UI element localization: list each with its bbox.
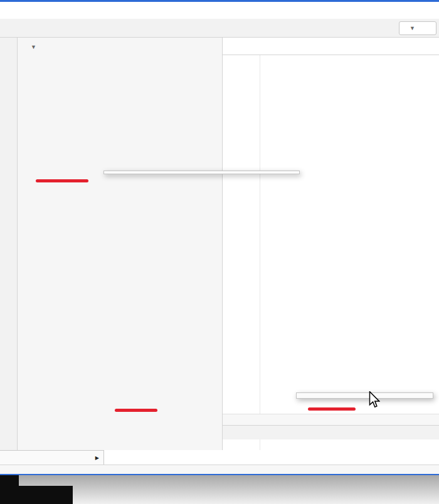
window-bottom-border (0, 474, 439, 475)
annotation-underline-explorer (308, 407, 356, 411)
android-studio-window: ▼ ▼ ▶ (0, 0, 439, 504)
run-configuration-select[interactable]: ▼ (399, 21, 436, 35)
bottom-tool-window-bar (223, 425, 439, 439)
project-tool-window: ▼ (18, 38, 223, 450)
status-bar (0, 465, 439, 474)
window-accent-border (0, 0, 439, 2)
annotation-underline-assets (36, 179, 88, 182)
desktop-dark-corner (0, 486, 73, 504)
main-menu-bar (0, 2, 439, 19)
left-tool-window-stripe (0, 38, 18, 450)
mouse-cursor (369, 391, 380, 411)
editor-tab-bar (223, 38, 439, 55)
arrow-right-icon: ▶ (95, 455, 99, 461)
editor-breadcrumb-bar (223, 414, 439, 425)
open-in-submenu (296, 392, 433, 399)
chevron-down-icon: ▼ (410, 25, 415, 31)
navigation-bar: ▼ (0, 19, 439, 38)
context-menu (103, 171, 300, 174)
version-control-tool-button[interactable]: ▶ (0, 450, 104, 465)
project-panel-header: ▼ (18, 38, 222, 56)
editor-area (223, 38, 439, 450)
gutter-separator (260, 55, 260, 450)
chevron-down-icon: ▼ (31, 44, 36, 50)
annotation-underline-open-in (115, 409, 157, 412)
